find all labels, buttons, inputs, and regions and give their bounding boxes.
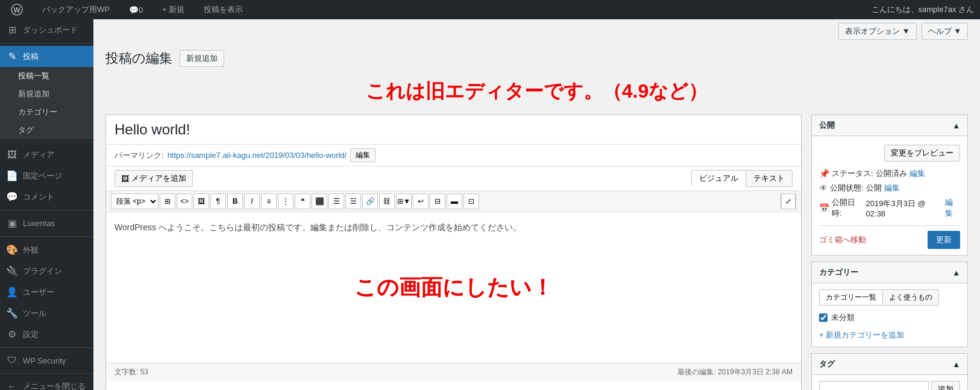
post-title-input[interactable] bbox=[106, 115, 801, 145]
format-btn-quote[interactable]: ❝ bbox=[295, 193, 310, 209]
format-btn-code[interactable]: <> bbox=[177, 193, 192, 209]
format-btn-align-right[interactable]: ☱ bbox=[345, 193, 361, 209]
category-checkbox-uncategorized[interactable] bbox=[819, 313, 828, 322]
format-btn-bold[interactable]: B bbox=[227, 193, 243, 209]
settings-icon: ⚙ bbox=[6, 329, 18, 340]
sidebar-item-appearance[interactable]: 🎨 外観 bbox=[0, 239, 93, 260]
permalink-label: パーマリンク: bbox=[115, 150, 164, 161]
calendar-icon: 📅 bbox=[819, 203, 829, 213]
sidebar-item-wp-security[interactable]: 🛡 WP Security bbox=[0, 350, 93, 371]
comments-link[interactable]: 💬 0 bbox=[124, 0, 148, 19]
add-media-button[interactable]: 🖼 メディアを追加 bbox=[115, 170, 193, 187]
update-button[interactable]: 更新 bbox=[928, 231, 960, 249]
sidebar-item-users[interactable]: 👤 ユーザー bbox=[0, 281, 93, 303]
display-options-button[interactable]: 表示オプション ▼ bbox=[838, 23, 916, 40]
view-posts-link[interactable]: 投稿を表示 bbox=[199, 0, 248, 19]
status-edit-link[interactable]: 編集 bbox=[909, 168, 925, 179]
format-expand-button[interactable]: ⤢ bbox=[781, 193, 796, 209]
sidebar-label-media: メディア bbox=[23, 149, 54, 160]
sidebar-item-tools[interactable]: 🔧 ツール bbox=[0, 303, 93, 324]
wp-logo-link[interactable]: W bbox=[6, 0, 28, 19]
format-btn-align-center[interactable]: ☰ bbox=[328, 193, 344, 209]
sidebar-label-dashboard: ダッシュボード bbox=[23, 25, 78, 36]
sidebar-item-posts-list[interactable]: 投稿一覧 bbox=[0, 67, 93, 85]
visibility-edit-link[interactable]: 編集 bbox=[884, 183, 900, 193]
sidebar-item-tags[interactable]: タグ bbox=[0, 121, 93, 139]
preview-button[interactable]: 変更をプレビュー bbox=[884, 145, 960, 162]
tag-input[interactable] bbox=[819, 381, 929, 390]
format-btn-more[interactable]: ▬ bbox=[447, 193, 462, 209]
status-label: ステータス: bbox=[832, 168, 873, 179]
sidebar-item-pages[interactable]: 📄 固定ページ bbox=[0, 165, 93, 186]
category-box-title: カテゴリー bbox=[819, 267, 858, 278]
format-btn-paragraph[interactable]: ¶ bbox=[210, 193, 226, 209]
sidebar-label-pages: 固定ページ bbox=[23, 171, 62, 181]
cat-tab-all[interactable]: カテゴリー一覧 bbox=[819, 289, 882, 306]
format-btn-ul[interactable]: ≡ bbox=[261, 193, 277, 209]
wp-security-icon: 🛡 bbox=[6, 355, 18, 366]
tab-text[interactable]: テキスト bbox=[746, 170, 793, 187]
permalink-url[interactable]: https://sample7.aii-kagu.net/2019/03/03/… bbox=[168, 151, 347, 160]
post-center-callout: この画面にしたい！ bbox=[115, 234, 793, 341]
add-new-post-button[interactable]: 新規追加 bbox=[180, 50, 224, 67]
permalink-edit-button[interactable]: 編集 bbox=[350, 148, 375, 162]
format-btn-unlink[interactable]: ⛓ bbox=[379, 193, 395, 209]
tag-add-button[interactable]: 追加 bbox=[931, 381, 960, 390]
site-name-link[interactable]: バックアップ用WP bbox=[37, 0, 115, 19]
category-box-header[interactable]: カテゴリー ▲ bbox=[812, 262, 967, 283]
tag-box-chevron: ▲ bbox=[952, 360, 960, 369]
appearance-icon: 🎨 bbox=[6, 244, 18, 256]
format-btn-fullscreen[interactable]: ⊡ bbox=[463, 193, 479, 209]
tab-visual[interactable]: ビジュアル bbox=[691, 170, 746, 187]
sidebar-item-dashboard[interactable]: ⊞ ダッシュボード bbox=[0, 19, 93, 40]
sidebar-item-plugins[interactable]: 🔌 プラグイン bbox=[0, 260, 93, 281]
plugins-icon: 🔌 bbox=[6, 265, 18, 277]
format-btn-italic[interactable]: I bbox=[244, 193, 260, 209]
pages-icon: 📄 bbox=[6, 170, 18, 181]
format-btn-visual[interactable]: ⊞ bbox=[160, 193, 175, 209]
sidebar-item-posts[interactable]: ✎ 投稿 bbox=[0, 46, 93, 67]
format-btn-align-left[interactable]: ⬛ bbox=[312, 193, 327, 209]
tools-icon: 🔧 bbox=[6, 307, 18, 319]
publish-box-header[interactable]: 公開 ▲ bbox=[812, 115, 967, 136]
publish-box-title: 公開 bbox=[819, 120, 835, 131]
sidebar-item-settings[interactable]: ⚙ 設定 bbox=[0, 324, 93, 345]
visibility-label: 公開状態: bbox=[830, 183, 864, 193]
sidebar-label-tags: タグ bbox=[18, 125, 34, 136]
format-select[interactable]: 段落 <p> bbox=[111, 193, 159, 209]
format-btn-undo[interactable]: ↩ bbox=[413, 193, 429, 209]
word-count: 文字数: 53 bbox=[115, 367, 148, 377]
category-box-chevron: ▲ bbox=[952, 268, 960, 277]
category-box: カテゴリー ▲ カテゴリー一覧 よく使うもの 未分類 + 新 bbox=[811, 262, 968, 347]
help-button[interactable]: ヘルプ ▼ bbox=[922, 23, 968, 40]
category-label-uncategorized: 未分類 bbox=[831, 312, 855, 323]
sidebar-label-wp-security: WP Security bbox=[23, 356, 66, 365]
new-content-link[interactable]: + 新規 bbox=[157, 0, 189, 19]
sidebar-label-close-menu: メニューを閉じる bbox=[23, 381, 86, 390]
sidebar-item-posts-add[interactable]: 新規追加 bbox=[0, 85, 93, 103]
format-btn-image[interactable]: 🖼 bbox=[193, 193, 209, 209]
date-edit-link[interactable]: 編集 bbox=[945, 197, 960, 219]
old-editor-notice: これは旧エディターです。（4.9など） bbox=[93, 74, 980, 115]
sidebar-item-media[interactable]: 🖼 メディア bbox=[0, 145, 93, 165]
close-menu-icon: ← bbox=[6, 381, 18, 390]
editor-body[interactable]: WordPress へようこそ。こちらは最初の投稿です。編集または削除し、コンテ… bbox=[106, 212, 801, 363]
cat-tab-popular[interactable]: よく使うもの bbox=[882, 289, 939, 306]
add-category-link[interactable]: + 新規カテゴリーを追加 bbox=[819, 330, 904, 339]
sidebar-item-luxeritas[interactable]: ▣ Luxeritas bbox=[0, 213, 93, 234]
format-btn-redo[interactable]: ⊟ bbox=[430, 193, 445, 209]
sidebar-item-close-menu[interactable]: ← メニューを閉じる bbox=[0, 376, 93, 390]
format-btn-table[interactable]: ⊞▼ bbox=[396, 193, 412, 209]
comments-icon: 💬 bbox=[129, 5, 139, 14]
eye-icon: 👁 bbox=[819, 183, 828, 193]
users-icon: 👤 bbox=[6, 286, 18, 298]
sidebar-label-categories: カテゴリー bbox=[18, 107, 57, 118]
format-btn-link[interactable]: 🔗 bbox=[362, 193, 378, 209]
trash-link[interactable]: ゴミ箱へ移動 bbox=[819, 234, 866, 245]
sidebar-item-categories[interactable]: カテゴリー bbox=[0, 103, 93, 121]
tag-box-header[interactable]: タグ ▲ bbox=[812, 354, 967, 375]
sidebar-label-tools: ツール bbox=[23, 308, 46, 319]
media-add-icon: 🖼 bbox=[121, 174, 129, 183]
sidebar-item-comments[interactable]: 💬 コメント bbox=[0, 186, 93, 207]
format-btn-ol[interactable]: ⋮ bbox=[278, 193, 294, 209]
